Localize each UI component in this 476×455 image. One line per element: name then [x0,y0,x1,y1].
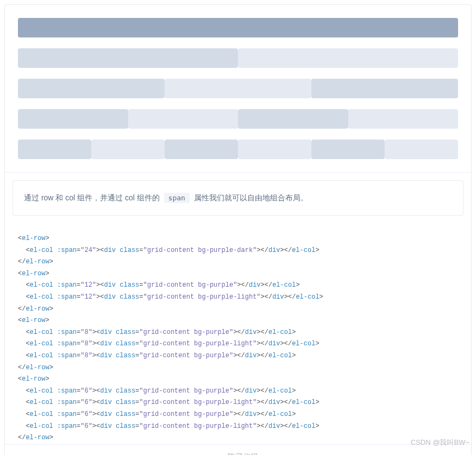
grid-col [311,140,385,159]
code-block: <el-row> <el-col :span="24"><div class="… [5,223,471,444]
toggle-code-button[interactable]: 隐藏代码 [5,444,471,455]
grid-row [18,48,458,68]
grid-col [238,140,311,159]
grid-cell [18,140,91,159]
grid-cell-light [385,140,458,159]
grid-col [18,48,238,68]
grid-col [128,109,239,129]
grid-cell [18,109,128,129]
grid-cell-light [348,109,459,129]
grid-cell [311,140,385,159]
grid-col [165,140,238,159]
grid-cell [238,109,348,129]
description: 通过 row 和 col 组件，并通过 col 组件的 span 属性我们就可以… [12,180,464,216]
toggle-code-label: 隐藏代码 [228,452,258,455]
grid-col [165,79,311,98]
grid-col [311,79,458,98]
demo-meta: 通过 row 和 col 组件，并通过 col 组件的 span 属性我们就可以… [5,172,471,444]
grid-cell [311,79,458,98]
grid-col [238,48,458,68]
grid-row [18,109,458,129]
description-text-after: 属性我们就可以自由地组合布局。 [192,193,308,202]
grid-col [18,18,458,37]
grid-col [18,79,165,98]
grid-cell-light [238,140,311,159]
grid-cell-light [238,48,458,68]
grid-cell [18,48,238,68]
grid-cell-light [165,79,311,98]
grid-col [18,140,91,159]
grid-cell-light [91,140,165,159]
grid-col [18,109,128,129]
grid-cell [165,140,238,159]
grid-row [18,79,458,98]
description-code: span [164,193,190,203]
grid-cell-light [128,109,239,129]
grid-cell-dark [18,18,458,37]
demo-preview [5,5,471,172]
demo-block: 通过 row 和 col 组件，并通过 col 组件的 span 属性我们就可以… [4,4,472,455]
grid-col [238,109,348,129]
grid-row [18,18,458,37]
grid-row [18,140,458,159]
description-text-before: 通过 row 和 col 组件，并通过 col 组件的 [24,193,162,202]
grid-col [91,140,165,159]
grid-cell [18,79,165,98]
grid-col [385,140,458,159]
grid-col [348,109,459,129]
